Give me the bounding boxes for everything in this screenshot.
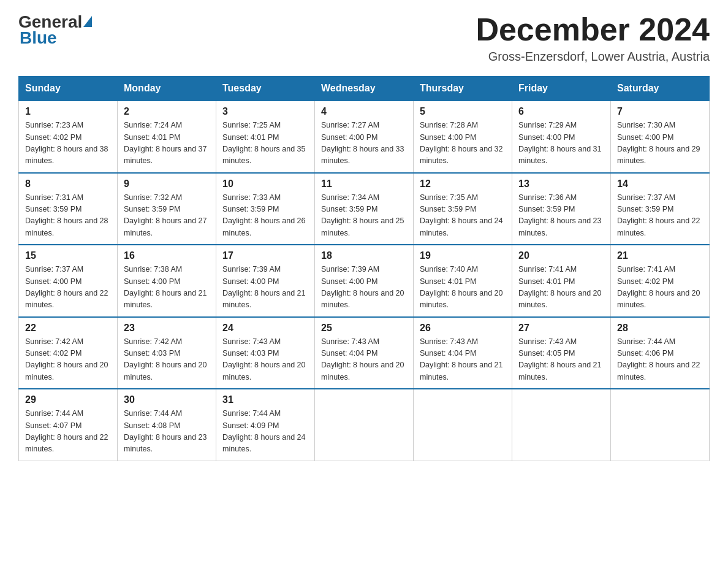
day-number: 15 <box>25 250 111 261</box>
day-info: Sunrise: 7:23 AMSunset: 4:02 PMDaylight:… <box>25 120 111 167</box>
day-number: 30 <box>124 394 210 405</box>
calendar-cell <box>414 389 512 461</box>
day-info: Sunrise: 7:37 AMSunset: 3:59 PMDaylight:… <box>617 192 703 240</box>
day-info: Sunrise: 7:43 AMSunset: 4:04 PMDaylight:… <box>420 336 506 384</box>
title-area: December 2024 Gross-Enzersdorf, Lower Au… <box>476 12 710 64</box>
logo-blue-text: Blue <box>20 28 57 48</box>
day-info: Sunrise: 7:41 AMSunset: 4:01 PMDaylight:… <box>518 264 604 312</box>
logo-triangle-icon <box>83 16 92 27</box>
day-number: 18 <box>321 250 407 261</box>
week-row-5: 29Sunrise: 7:44 AMSunset: 4:07 PMDayligh… <box>19 389 710 461</box>
calendar-cell: 9Sunrise: 7:32 AMSunset: 3:59 PMDaylight… <box>118 173 216 245</box>
col-header-thursday: Thursday <box>414 77 512 101</box>
week-row-2: 8Sunrise: 7:31 AMSunset: 3:59 PMDaylight… <box>19 173 710 245</box>
calendar-cell: 18Sunrise: 7:39 AMSunset: 4:00 PMDayligh… <box>315 245 414 317</box>
calendar-cell: 27Sunrise: 7:43 AMSunset: 4:05 PMDayligh… <box>512 317 611 389</box>
location-title: Gross-Enzersdorf, Lower Austria, Austria <box>476 50 710 64</box>
day-info: Sunrise: 7:38 AMSunset: 4:00 PMDaylight:… <box>124 264 210 312</box>
day-number: 10 <box>222 178 308 190</box>
calendar-cell: 17Sunrise: 7:39 AMSunset: 4:00 PMDayligh… <box>216 245 315 317</box>
calendar-cell: 10Sunrise: 7:33 AMSunset: 3:59 PMDayligh… <box>216 173 315 245</box>
day-info: Sunrise: 7:27 AMSunset: 4:00 PMDaylight:… <box>321 120 407 167</box>
day-number: 11 <box>321 178 407 190</box>
day-info: Sunrise: 7:32 AMSunset: 3:59 PMDaylight:… <box>124 192 210 240</box>
calendar-cell: 8Sunrise: 7:31 AMSunset: 3:59 PMDaylight… <box>19 173 118 245</box>
calendar-cell: 14Sunrise: 7:37 AMSunset: 3:59 PMDayligh… <box>611 173 710 245</box>
day-info: Sunrise: 7:43 AMSunset: 4:04 PMDaylight:… <box>321 336 407 384</box>
day-number: 25 <box>321 323 407 334</box>
day-info: Sunrise: 7:34 AMSunset: 3:59 PMDaylight:… <box>321 192 407 240</box>
calendar-cell <box>315 389 414 461</box>
calendar-cell <box>611 389 710 461</box>
calendar-cell: 28Sunrise: 7:44 AMSunset: 4:06 PMDayligh… <box>611 317 710 389</box>
day-number: 29 <box>25 394 111 405</box>
day-number: 17 <box>222 250 308 261</box>
calendar-cell: 26Sunrise: 7:43 AMSunset: 4:04 PMDayligh… <box>414 317 512 389</box>
day-info: Sunrise: 7:37 AMSunset: 4:00 PMDaylight:… <box>25 264 111 312</box>
day-number: 21 <box>617 250 703 261</box>
day-number: 5 <box>420 106 506 117</box>
day-info: Sunrise: 7:40 AMSunset: 4:01 PMDaylight:… <box>420 264 506 312</box>
calendar-cell: 21Sunrise: 7:41 AMSunset: 4:02 PMDayligh… <box>611 245 710 317</box>
day-number: 24 <box>222 323 308 334</box>
day-number: 13 <box>518 178 604 190</box>
calendar-cell: 25Sunrise: 7:43 AMSunset: 4:04 PMDayligh… <box>315 317 414 389</box>
calendar-cell: 30Sunrise: 7:44 AMSunset: 4:08 PMDayligh… <box>118 389 216 461</box>
day-number: 6 <box>518 106 604 117</box>
calendar-cell: 24Sunrise: 7:43 AMSunset: 4:03 PMDayligh… <box>216 317 315 389</box>
day-info: Sunrise: 7:44 AMSunset: 4:08 PMDaylight:… <box>124 408 210 456</box>
calendar-cell: 6Sunrise: 7:29 AMSunset: 4:00 PMDaylight… <box>512 101 611 173</box>
day-info: Sunrise: 7:44 AMSunset: 4:09 PMDaylight:… <box>222 408 308 456</box>
calendar-cell: 31Sunrise: 7:44 AMSunset: 4:09 PMDayligh… <box>216 389 315 461</box>
day-number: 19 <box>420 250 506 261</box>
day-number: 2 <box>124 106 210 117</box>
day-number: 31 <box>222 394 308 405</box>
day-number: 16 <box>124 250 210 261</box>
day-info: Sunrise: 7:31 AMSunset: 3:59 PMDaylight:… <box>25 192 111 240</box>
calendar-cell: 2Sunrise: 7:24 AMSunset: 4:01 PMDaylight… <box>118 101 216 173</box>
day-info: Sunrise: 7:39 AMSunset: 4:00 PMDaylight:… <box>321 264 407 312</box>
calendar-cell: 1Sunrise: 7:23 AMSunset: 4:02 PMDaylight… <box>19 101 118 173</box>
calendar-cell: 19Sunrise: 7:40 AMSunset: 4:01 PMDayligh… <box>414 245 512 317</box>
day-info: Sunrise: 7:43 AMSunset: 4:03 PMDaylight:… <box>222 336 308 384</box>
day-number: 22 <box>25 323 111 334</box>
col-header-monday: Monday <box>118 77 216 101</box>
col-header-tuesday: Tuesday <box>216 77 315 101</box>
logo: General Blue <box>18 12 92 48</box>
day-info: Sunrise: 7:25 AMSunset: 4:01 PMDaylight:… <box>222 120 308 167</box>
day-info: Sunrise: 7:39 AMSunset: 4:00 PMDaylight:… <box>222 264 308 312</box>
day-info: Sunrise: 7:44 AMSunset: 4:07 PMDaylight:… <box>25 408 111 456</box>
week-row-4: 22Sunrise: 7:42 AMSunset: 4:02 PMDayligh… <box>19 317 710 389</box>
calendar-cell: 7Sunrise: 7:30 AMSunset: 4:00 PMDaylight… <box>611 101 710 173</box>
day-number: 3 <box>222 106 308 117</box>
col-header-saturday: Saturday <box>611 77 710 101</box>
calendar-cell: 11Sunrise: 7:34 AMSunset: 3:59 PMDayligh… <box>315 173 414 245</box>
day-info: Sunrise: 7:42 AMSunset: 4:03 PMDaylight:… <box>124 336 210 384</box>
day-info: Sunrise: 7:28 AMSunset: 4:00 PMDaylight:… <box>420 120 506 167</box>
day-info: Sunrise: 7:29 AMSunset: 4:00 PMDaylight:… <box>518 120 604 167</box>
day-info: Sunrise: 7:24 AMSunset: 4:01 PMDaylight:… <box>124 120 210 167</box>
calendar-cell: 5Sunrise: 7:28 AMSunset: 4:00 PMDaylight… <box>414 101 512 173</box>
calendar-cell: 20Sunrise: 7:41 AMSunset: 4:01 PMDayligh… <box>512 245 611 317</box>
calendar-cell: 23Sunrise: 7:42 AMSunset: 4:03 PMDayligh… <box>118 317 216 389</box>
day-info: Sunrise: 7:36 AMSunset: 3:59 PMDaylight:… <box>518 192 604 240</box>
day-number: 1 <box>25 106 111 117</box>
week-row-1: 1Sunrise: 7:23 AMSunset: 4:02 PMDaylight… <box>19 101 710 173</box>
day-number: 26 <box>420 323 506 334</box>
col-header-sunday: Sunday <box>19 77 118 101</box>
day-number: 12 <box>420 178 506 190</box>
col-header-friday: Friday <box>512 77 611 101</box>
day-number: 28 <box>617 323 703 334</box>
day-info: Sunrise: 7:33 AMSunset: 3:59 PMDaylight:… <box>222 192 308 240</box>
day-info: Sunrise: 7:35 AMSunset: 3:59 PMDaylight:… <box>420 192 506 240</box>
calendar-cell <box>512 389 611 461</box>
day-info: Sunrise: 7:43 AMSunset: 4:05 PMDaylight:… <box>518 336 604 384</box>
calendar-cell: 22Sunrise: 7:42 AMSunset: 4:02 PMDayligh… <box>19 317 118 389</box>
calendar-cell: 3Sunrise: 7:25 AMSunset: 4:01 PMDaylight… <box>216 101 315 173</box>
calendar-cell: 4Sunrise: 7:27 AMSunset: 4:00 PMDaylight… <box>315 101 414 173</box>
week-row-3: 15Sunrise: 7:37 AMSunset: 4:00 PMDayligh… <box>19 245 710 317</box>
day-info: Sunrise: 7:44 AMSunset: 4:06 PMDaylight:… <box>617 336 703 384</box>
day-info: Sunrise: 7:30 AMSunset: 4:00 PMDaylight:… <box>617 120 703 167</box>
day-number: 23 <box>124 323 210 334</box>
day-number: 7 <box>617 106 703 117</box>
